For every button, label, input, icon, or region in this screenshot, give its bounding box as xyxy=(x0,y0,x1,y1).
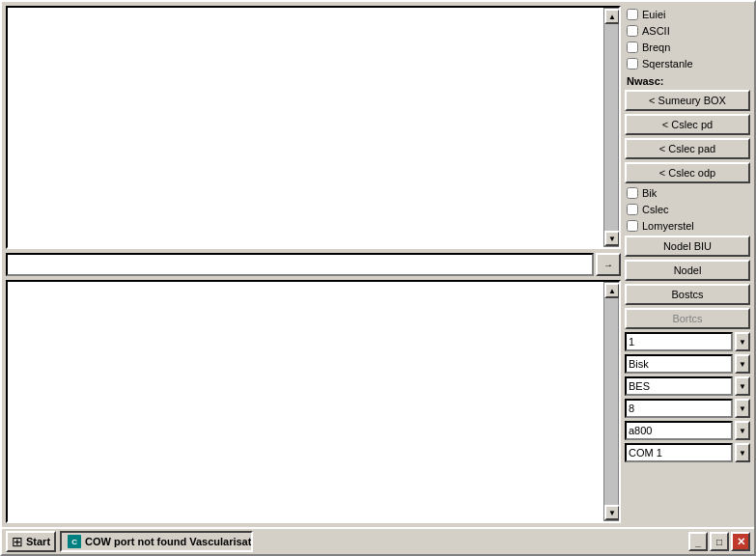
taskbar-item-label: COW port not found VascularisationBridge… xyxy=(85,536,253,547)
checkbox-euiei-row: Euiei xyxy=(625,8,750,21)
dropdown-8-arrow[interactable]: ▼ xyxy=(735,399,750,418)
left-panel: ▲ ▼ → ▲ ▼ xyxy=(6,6,621,523)
output-textarea-top[interactable] xyxy=(8,8,603,247)
nodel-button[interactable]: Nodel xyxy=(625,260,750,281)
bostcs-button[interactable]: Bostcs xyxy=(625,284,750,305)
scroll-track-top[interactable] xyxy=(604,24,618,231)
checkbox-lomyerstel[interactable] xyxy=(627,220,638,232)
output-textarea-bottom[interactable] xyxy=(8,282,603,521)
checkbox-breqn[interactable] xyxy=(627,42,638,53)
summary-box-button[interactable]: < Sumeury BOX xyxy=(625,90,750,111)
taskbar-item[interactable]: C COW port not found VascularisationBrid… xyxy=(60,531,253,552)
checkbox-cslec-label: Cslec xyxy=(642,204,669,215)
checkbox-sqerstanle-label: Sqerstanle xyxy=(642,58,693,70)
scroll-down-btn-top[interactable]: ▼ xyxy=(604,231,620,246)
checkbox-breqn-row: Breqn xyxy=(625,41,750,54)
cslec-pd-button[interactable]: < Cslec pd xyxy=(625,114,750,135)
taskbar: ⊞ Start C COW port not found Vascularisa… xyxy=(2,527,754,554)
checkbox-cslec[interactable] xyxy=(627,204,638,215)
input-row: → xyxy=(6,253,621,276)
scroll-down-btn-bottom[interactable]: ▼ xyxy=(604,505,620,520)
scrollbar-bottom[interactable]: ▲ ▼ xyxy=(603,282,619,521)
dropdown-bes-arrow[interactable]: ▼ xyxy=(735,376,750,396)
dropdown-1[interactable]: 123 xyxy=(625,332,733,351)
checkbox-ascii-label: ASCII xyxy=(642,25,670,37)
checkbox-ascii[interactable] xyxy=(627,25,638,37)
dropdown-1-row: 123 ▼ xyxy=(625,332,750,351)
dropdown-bisk[interactable]: BiskBusk xyxy=(625,354,733,374)
window-controls: _ □ ✕ xyxy=(688,532,750,551)
dropdown-a800-row: a800a400 ▼ xyxy=(625,421,750,440)
cslec-odp-button[interactable]: < Cslec odp xyxy=(625,162,750,183)
checkbox-euiei-label: Euiei xyxy=(642,9,665,20)
taskbar-icon-symbol: C xyxy=(71,538,77,546)
send-button-small[interactable]: → xyxy=(596,253,621,276)
checkbox-euiei[interactable] xyxy=(627,9,638,20)
nwasc-label: Nwasc: xyxy=(625,73,750,87)
checkbox-bik-row: Bik xyxy=(625,186,750,200)
dropdown-bisk-arrow[interactable]: ▼ xyxy=(735,354,750,374)
dropdown-8-row: 876 ▼ xyxy=(625,399,750,418)
dropdown-com1[interactable]: COM 1COM 2COM 3 xyxy=(625,443,733,462)
dropdown-bes-row: BESBES2 ▼ xyxy=(625,376,750,396)
checkbox-breqn-label: Breqn xyxy=(642,42,670,53)
checkbox-bik[interactable] xyxy=(627,187,638,199)
bortcs-button[interactable]: Bortcs xyxy=(625,308,750,329)
dropdown-a800-arrow[interactable]: ▼ xyxy=(735,421,750,440)
scroll-track-bottom[interactable] xyxy=(604,298,618,505)
maximize-button[interactable]: □ xyxy=(710,532,729,551)
minimize-button[interactable]: _ xyxy=(688,532,708,551)
checkbox-ascii-row: ASCII xyxy=(625,24,750,38)
content-area: ▲ ▼ → ▲ ▼ xyxy=(2,2,754,527)
scrollbar-top[interactable]: ▲ ▼ xyxy=(603,8,619,247)
checkbox-lomyerstel-label: Lomyerstel xyxy=(642,220,694,232)
main-window: ▲ ▼ → ▲ ▼ xyxy=(0,0,756,556)
checkbox-lomyerstel-row: Lomyerstel xyxy=(625,219,750,233)
dropdown-com1-arrow[interactable]: ▼ xyxy=(735,443,750,462)
scroll-up-btn-top[interactable]: ▲ xyxy=(604,9,620,24)
dropdown-1-arrow[interactable]: ▼ xyxy=(735,332,750,351)
cslec-pad-button[interactable]: < Cslec pad xyxy=(625,138,750,159)
checkbox-sqerstanle-row: Sqerstanle xyxy=(625,57,750,70)
dropdown-bes[interactable]: BESBES2 xyxy=(625,376,733,396)
input-field[interactable] xyxy=(6,253,594,276)
checkbox-bik-label: Bik xyxy=(642,187,657,199)
output-area-bottom: ▲ ▼ xyxy=(6,280,621,523)
start-label: Start xyxy=(26,536,50,547)
close-button[interactable]: ✕ xyxy=(731,532,750,551)
checkbox-cslec-row: Cslec xyxy=(625,203,750,216)
dropdown-8[interactable]: 876 xyxy=(625,399,733,418)
dropdown-bisk-row: BiskBusk ▼ xyxy=(625,354,750,374)
start-icon: ⊞ xyxy=(12,534,23,549)
taskbar-item-icon: C xyxy=(68,535,81,548)
start-button[interactable]: ⊞ Start xyxy=(6,531,56,552)
checkbox-sqerstanle[interactable] xyxy=(627,58,638,70)
nodel-biu-button[interactable]: Nodel BIU xyxy=(625,236,750,257)
dropdown-a800[interactable]: a800a400 xyxy=(625,421,733,440)
scroll-up-btn-bottom[interactable]: ▲ xyxy=(604,283,620,298)
right-panel: Euiei ASCII Breqn Sqerstanle Nwasc: < Su… xyxy=(625,6,750,523)
dropdown-com1-row: COM 1COM 2COM 3 ▼ xyxy=(625,443,750,462)
output-area-top: ▲ ▼ xyxy=(6,6,621,249)
